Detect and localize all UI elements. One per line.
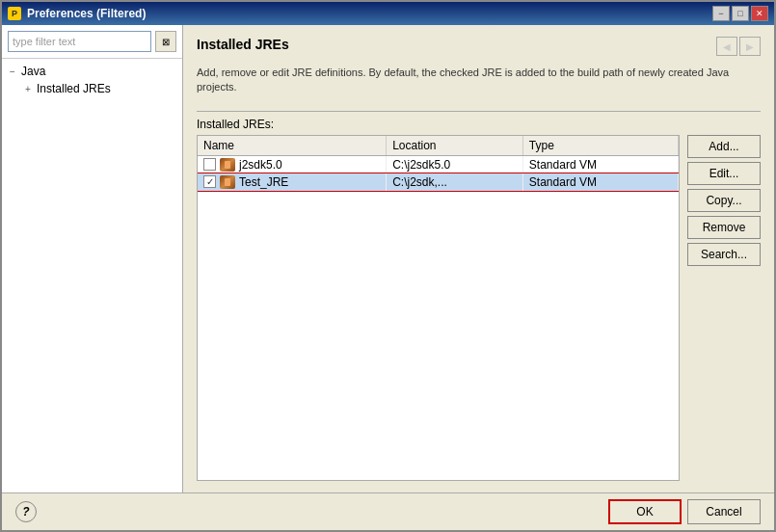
- checkbox-2[interactable]: ✓: [203, 175, 216, 188]
- minimize-button[interactable]: −: [712, 6, 730, 21]
- cell-name-inner-1: j2sdk5.0: [203, 158, 380, 172]
- separator: [197, 111, 761, 112]
- window-title: Preferences (Filtered): [27, 7, 146, 20]
- table-header-row: Name Location Type: [198, 136, 679, 156]
- table-row[interactable]: j2sdk5.0 C:\j2sdk5.0 Standard VM: [198, 155, 679, 173]
- jre-icon-2: [220, 175, 235, 189]
- col-header-name: Name: [198, 136, 387, 156]
- tree-label-installed-jres: Installed JREs: [37, 82, 111, 95]
- table-row[interactable]: ✓ Test_JRE C:\j2sdk,... Standard VM: [198, 173, 679, 191]
- tree-item-installed-jres[interactable]: + Installed JREs: [2, 80, 182, 97]
- bottom-bar: ? OK Cancel: [2, 492, 774, 530]
- cell-name-2: ✓ Test_JRE: [198, 173, 387, 191]
- tree-item-java[interactable]: − Java: [2, 63, 182, 80]
- back-button[interactable]: ◀: [716, 37, 737, 56]
- copy-button[interactable]: Copy...: [687, 189, 761, 212]
- cell-type-2: Standard VM: [522, 173, 678, 191]
- forward-button[interactable]: ▶: [739, 37, 761, 56]
- right-panel-top: Installed JREs ◀ ▶: [197, 37, 761, 62]
- cell-location-2: C:\j2sdk,...: [387, 173, 523, 191]
- filter-input[interactable]: [8, 31, 151, 52]
- cancel-button[interactable]: Cancel: [687, 499, 761, 524]
- window-icon: P: [8, 7, 21, 20]
- ok-button[interactable]: OK: [608, 499, 682, 524]
- help-button[interactable]: ?: [15, 501, 37, 522]
- tree-toggle-java[interactable]: −: [6, 65, 19, 78]
- jre-icon-1: [220, 158, 235, 172]
- section-title: Installed JREs: [197, 37, 289, 52]
- nav-buttons: ◀ ▶: [716, 37, 761, 56]
- maximize-button[interactable]: □: [732, 6, 749, 21]
- col-header-type: Type: [522, 136, 678, 156]
- filter-row: ⊠: [2, 25, 182, 59]
- title-buttons: − □ ✕: [712, 6, 768, 21]
- remove-button[interactable]: Remove: [687, 216, 761, 239]
- tree-label-java: Java: [21, 65, 45, 78]
- right-panel: Installed JREs ◀ ▶ Add, remove or edit J…: [183, 25, 774, 492]
- table-and-buttons: Name Location Type: [197, 135, 761, 481]
- tree-area: − Java + Installed JREs: [2, 59, 182, 492]
- col-header-location: Location: [387, 136, 523, 156]
- add-button[interactable]: Add...: [687, 135, 761, 158]
- title-bar-left: P Preferences (Filtered): [8, 7, 146, 20]
- jre-table: Name Location Type: [198, 136, 679, 191]
- ok-cancel-buttons: OK Cancel: [608, 499, 761, 524]
- preferences-window: P Preferences (Filtered) − □ ✕ ⊠ − Java …: [0, 0, 776, 532]
- jre-table-container: Name Location Type: [197, 135, 680, 481]
- jre-name-2: Test_JRE: [239, 175, 288, 189]
- side-buttons: Add... Edit... Copy... Remove Search...: [687, 135, 761, 481]
- search-button[interactable]: Search...: [687, 243, 761, 266]
- filter-clear-button[interactable]: ⊠: [155, 31, 176, 52]
- close-button[interactable]: ✕: [751, 6, 768, 21]
- content-area: ⊠ − Java + Installed JREs Installed JREs…: [2, 25, 774, 492]
- cell-name-inner-2: ✓ Test_JRE: [203, 175, 380, 189]
- description-text: Add, remove or edit JRE definitions. By …: [197, 66, 761, 95]
- edit-button[interactable]: Edit...: [687, 162, 761, 185]
- installed-label: Installed JREs:: [197, 118, 761, 131]
- jre-name-1: j2sdk5.0: [239, 158, 282, 172]
- checkbox-1[interactable]: [203, 158, 216, 171]
- cell-type-1: Standard VM: [522, 155, 678, 173]
- left-panel: ⊠ − Java + Installed JREs: [2, 25, 183, 492]
- cell-name-1: j2sdk5.0: [198, 155, 387, 173]
- title-bar: P Preferences (Filtered) − □ ✕: [2, 2, 774, 25]
- cell-location-1: C:\j2sdk5.0: [387, 155, 523, 173]
- tree-toggle-installed-jres[interactable]: +: [21, 82, 35, 95]
